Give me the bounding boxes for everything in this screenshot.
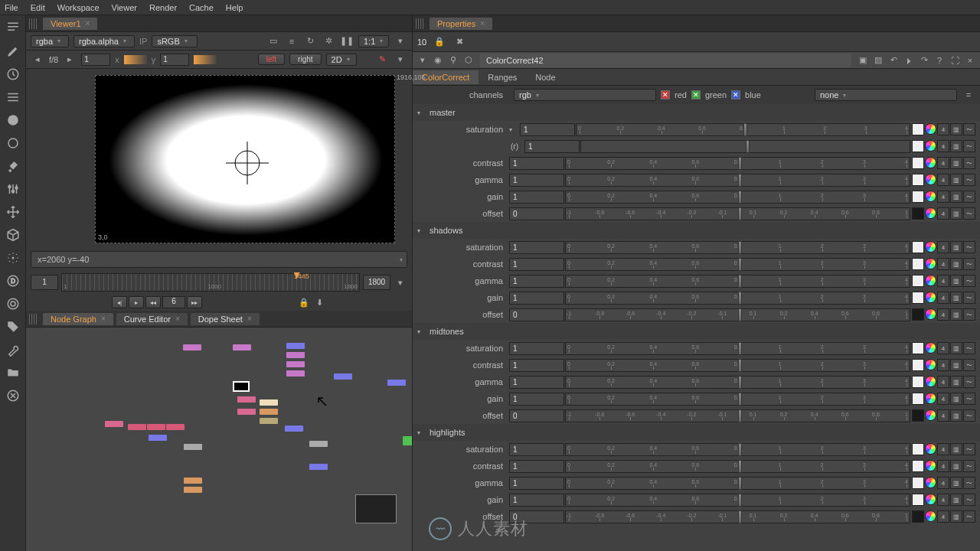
color-swatch[interactable] <box>912 241 924 253</box>
value-input[interactable] <box>509 275 564 288</box>
subtab-ranges[interactable]: Ranges <box>479 70 526 84</box>
value-input[interactable] <box>509 342 564 355</box>
value-input[interactable] <box>509 191 564 204</box>
slider[interactable]: -1-0.8-0.6-0.4-0.2-0.10.10.20.40.60.81 <box>565 207 910 220</box>
color-swatch[interactable] <box>912 123 924 135</box>
four-button[interactable]: 4 <box>937 443 949 455</box>
slider[interactable]: 00.20.40.60.81234 <box>565 241 910 254</box>
slider-icon[interactable]: ▥ <box>950 123 962 135</box>
color-swatch[interactable] <box>912 191 924 203</box>
color-swatch[interactable] <box>912 443 924 455</box>
cube-icon[interactable] <box>6 228 20 242</box>
slider-icon[interactable]: ▥ <box>950 510 962 523</box>
color-wheel-icon[interactable] <box>925 409 936 421</box>
color-swatch[interactable] <box>912 207 924 220</box>
color-swatch[interactable] <box>912 477 924 489</box>
value-input[interactable] <box>509 409 564 422</box>
color-wheel-icon[interactable] <box>925 123 936 135</box>
value-input[interactable] <box>509 292 564 305</box>
color-wheel-icon[interactable] <box>925 157 936 168</box>
color-wheel-icon[interactable] <box>925 460 936 471</box>
channels-dd[interactable]: rgba <box>31 35 69 47</box>
curve-icon[interactable]: 〜 <box>963 359 975 371</box>
slider-icon[interactable]: ▥ <box>950 393 962 405</box>
play-button[interactable]: ▸ <box>129 296 144 308</box>
curve-icon[interactable]: 〜 <box>963 510 975 523</box>
curve-icon[interactable]: 〜 <box>963 443 975 455</box>
redo-icon[interactable]: ↷ <box>917 54 931 67</box>
end-frame[interactable]: 1800 <box>363 275 390 290</box>
menu-workspace[interactable]: Workspace <box>57 3 100 12</box>
value-input[interactable] <box>509 258 564 271</box>
slider[interactable]: 00.20.40.60.81234 <box>565 292 910 305</box>
curve-icon[interactable]: 〜 <box>963 342 975 354</box>
slider-icon[interactable]: ▥ <box>950 207 962 220</box>
value-input[interactable] <box>509 376 564 389</box>
color-swatch[interactable] <box>912 393 924 405</box>
four-button[interactable]: 4 <box>937 258 949 270</box>
pen-icon[interactable] <box>6 44 20 58</box>
slider-icon[interactable]: ▥ <box>950 140 962 152</box>
curve-icon[interactable]: 〜 <box>963 258 975 270</box>
disclosure-icon[interactable]: ▾ <box>417 429 426 436</box>
slider[interactable]: -1-0.8-0.6-0.4-0.2-0.10.10.20.40.60.81 <box>565 409 910 422</box>
colorspace-dd[interactable]: sRGB <box>152 35 198 47</box>
max-icon[interactable]: ⛶ <box>948 54 962 67</box>
lock-icon[interactable]: 🔒 <box>433 35 446 49</box>
slider[interactable]: 00.20.40.60.81234 <box>565 191 910 204</box>
gradient2-icon[interactable] <box>194 55 217 64</box>
color-swatch[interactable] <box>912 292 924 304</box>
curve-icon[interactable]: 〜 <box>963 409 975 422</box>
canvas[interactable]: 3,0 HD_1080 <box>95 75 395 243</box>
list-icon[interactable]: ≡ <box>285 34 299 48</box>
target-icon[interactable] <box>6 297 20 311</box>
value-input[interactable] <box>509 308 564 321</box>
four-button[interactable]: 4 <box>937 510 949 523</box>
four-button[interactable]: 4 <box>937 409 949 422</box>
curve-icon[interactable]: 〜 <box>963 393 975 405</box>
spark-icon[interactable] <box>6 251 20 265</box>
chevron-down-icon[interactable]: ▾ <box>394 276 407 289</box>
adjust-icon[interactable] <box>6 182 20 196</box>
subtab-node[interactable]: Node <box>526 70 564 84</box>
slider[interactable]: 00.20.40.60.81234 <box>565 460 910 473</box>
next-key-button[interactable]: ▸▸ <box>187 296 202 308</box>
color-wheel-icon[interactable] <box>925 359 936 370</box>
folder-icon[interactable] <box>6 366 20 380</box>
square1-icon[interactable]: ▣ <box>856 54 870 67</box>
start-frame[interactable]: 1 <box>31 275 58 290</box>
prev-icon[interactable]: ◂ <box>31 53 44 67</box>
slider[interactable] <box>580 140 910 153</box>
refresh-icon[interactable]: ↻ <box>303 34 317 48</box>
eq-icon[interactable]: = <box>962 88 975 102</box>
curve-icon[interactable]: 〜 <box>963 174 975 186</box>
x-input[interactable] <box>81 54 110 66</box>
color-swatch[interactable] <box>912 308 924 321</box>
menu-edit[interactable]: Edit <box>31 3 45 12</box>
four-button[interactable]: 4 <box>937 477 949 489</box>
color-wheel-icon[interactable] <box>925 494 936 505</box>
slider-icon[interactable]: ▥ <box>950 292 962 304</box>
slider-icon[interactable]: ▥ <box>950 191 962 203</box>
clip-icon[interactable]: ▭ <box>266 34 280 48</box>
postage-stamp[interactable] <box>355 494 397 523</box>
red-check[interactable]: ✕ <box>661 90 670 99</box>
gradient-icon[interactable] <box>124 55 147 64</box>
menu-render[interactable]: Render <box>149 3 177 12</box>
slider-icon[interactable]: ▥ <box>950 342 962 354</box>
gear-icon[interactable]: ✲ <box>322 34 335 48</box>
curve-icon[interactable]: 〜 <box>963 207 975 220</box>
left-eye-button[interactable]: left <box>258 54 285 65</box>
slider-icon[interactable]: ▥ <box>950 308 962 321</box>
slider[interactable]: -1-0.8-0.6-0.4-0.2-0.10.10.20.40.60.81 <box>565 308 910 321</box>
download-icon[interactable]: ⬇ <box>312 295 326 309</box>
channels-dd[interactable]: rgb <box>514 89 656 101</box>
slider-icon[interactable]: ▥ <box>950 241 962 253</box>
unpremult-dd[interactable]: none <box>815 89 957 101</box>
blue-check[interactable]: ✕ <box>731 90 740 99</box>
color-wheel-icon[interactable] <box>925 393 936 404</box>
dim-dd[interactable]: 2D <box>326 54 357 66</box>
four-button[interactable]: 4 <box>937 308 949 321</box>
curve-icon[interactable]: 〜 <box>963 308 975 321</box>
color-swatch[interactable] <box>912 275 924 287</box>
